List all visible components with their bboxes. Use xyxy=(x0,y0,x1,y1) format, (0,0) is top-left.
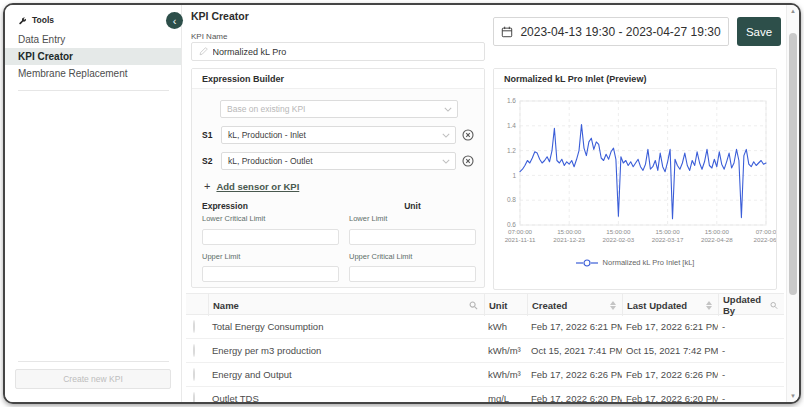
svg-text:2022-04-28: 2022-04-28 xyxy=(701,236,733,243)
scrollbar-thumb[interactable] xyxy=(789,33,797,295)
caret-up-icon xyxy=(610,301,616,305)
sidebar-item-membrane-replacement[interactable]: Membrane Replacement xyxy=(5,65,181,82)
scroll-down-arrow-icon[interactable]: ▼ xyxy=(787,390,799,402)
svg-text:2021-12-23: 2021-12-23 xyxy=(553,236,585,243)
expression-column-label: Expression xyxy=(202,201,339,211)
caret-down-icon xyxy=(706,306,712,310)
cell-updated-by: - xyxy=(718,369,784,380)
calendar-icon xyxy=(501,26,513,38)
cell-last-updated: Feb 17, 2022 6:20 PM xyxy=(622,393,718,404)
remove-sensor-icon[interactable] xyxy=(462,129,474,141)
cell-created: Oct 15, 2021 7:41 PM xyxy=(527,345,622,356)
cell-unit: mg/L xyxy=(484,393,527,404)
svg-text:2022-06-: 2022-06- xyxy=(754,236,776,243)
chart-legend-label: Normalized kL Pro Inlet [kL] xyxy=(603,258,695,267)
sensor-select-s2[interactable]: kL, Production - Outlet xyxy=(221,152,456,170)
svg-text:1: 1 xyxy=(512,172,516,179)
column-header-created[interactable]: Created xyxy=(527,294,622,316)
cell-last-updated: Oct 15, 2021 7:42 PM xyxy=(622,345,718,356)
collapse-sidebar-button[interactable]: ‹ xyxy=(166,12,183,29)
cell-last-updated: Feb 17, 2022 6:21 PM xyxy=(622,321,718,332)
sensor-select-value: kL, Production - Outlet xyxy=(228,156,313,166)
table-row[interactable]: Energy and OutputkWh/m³Feb 17, 2022 6:26… xyxy=(186,363,784,387)
sensor-id-label: S2 xyxy=(202,156,215,166)
kpi-name-field xyxy=(191,42,485,61)
cell-created: Feb 17, 2022 6:21 PM xyxy=(527,321,622,332)
plus-icon: + xyxy=(204,180,210,192)
svg-text:15:00:00: 15:00:00 xyxy=(557,228,582,235)
search-icon[interactable] xyxy=(770,301,778,310)
sorter-icon[interactable] xyxy=(610,301,616,310)
upper-critical-limit-input[interactable] xyxy=(349,266,476,282)
radio-cell xyxy=(186,393,208,404)
sidebar-header: Tools xyxy=(5,5,181,31)
save-button[interactable]: Save xyxy=(737,17,781,46)
svg-text:15:00:00: 15:00:00 xyxy=(606,228,631,235)
create-new-kpi-button[interactable]: Create new KPI xyxy=(15,369,171,389)
cell-unit: kWh xyxy=(484,321,527,332)
app-window: Tools Data EntryKPI CreatorMembrane Repl… xyxy=(3,3,801,404)
cell-name: Energy and Output xyxy=(208,369,484,380)
date-range-text: 2023-04-13 19:30 - 2023-04-27 19:30 xyxy=(520,25,720,39)
row-radio[interactable] xyxy=(193,344,195,357)
sensor-select-s1[interactable]: kL, Production - Inlet xyxy=(221,126,456,144)
column-header-last-updated[interactable]: Last Updated xyxy=(622,294,718,316)
chart-legend-item[interactable]: Normalized kL Pro Inlet [kL] xyxy=(494,258,776,267)
table-row[interactable]: Total Energy ConsumptionkWhFeb 17, 2022 … xyxy=(186,315,784,339)
sidebar-item-data-entry[interactable]: Data Entry xyxy=(5,31,181,48)
lower-critical-limit-input[interactable] xyxy=(202,229,339,245)
sensor-id-label: S1 xyxy=(202,130,215,140)
limit-field-label: Lower Limit xyxy=(349,214,476,223)
radio-cell xyxy=(186,369,208,380)
svg-text:07:00:0: 07:00:0 xyxy=(756,228,776,235)
base-kpi-select[interactable]: Base on existing KPI xyxy=(220,100,458,118)
limit-field: Lower Limit xyxy=(349,214,476,245)
expression-builder-card: Expression Builder Base on existing KPI … xyxy=(191,68,485,288)
table-row[interactable]: Outlet TDSmg/LFeb 17, 2022 6:20 PMFeb 17… xyxy=(186,387,784,404)
chart-title: Normalized kL Pro Inlet (Preview) xyxy=(494,69,776,89)
date-range-picker[interactable]: 2023-04-13 19:30 - 2023-04-27 19:30 xyxy=(493,17,729,46)
search-icon[interactable] xyxy=(469,301,478,310)
legend-line-marker-icon xyxy=(576,259,598,267)
cell-name: Outlet TDS xyxy=(208,393,484,404)
limit-field-label: Lower Critical Limit xyxy=(202,214,339,223)
svg-text:07:00:00: 07:00:00 xyxy=(508,228,533,235)
row-radio[interactable] xyxy=(193,320,195,333)
column-header-label: Name xyxy=(213,300,239,311)
unit-column-label: Unit xyxy=(349,201,476,211)
limits-grid: Lower Critical LimitLower LimitUpper Lim… xyxy=(202,214,474,282)
remove-sensor-icon[interactable] xyxy=(462,155,474,167)
upper-limit-input[interactable] xyxy=(202,266,339,282)
cell-updated-by: - xyxy=(718,345,784,356)
column-header-unit[interactable]: Unit xyxy=(484,294,527,316)
chevron-down-icon xyxy=(442,133,450,138)
sidebar-item-kpi-creator[interactable]: KPI Creator xyxy=(5,48,181,65)
column-header-label: Unit xyxy=(489,300,507,311)
sorter-icon[interactable] xyxy=(706,301,712,310)
kpi-table: NameUnitCreatedLast UpdatedUpdated By To… xyxy=(186,293,784,404)
sidebar-divider-bottom xyxy=(18,361,169,362)
scroll-up-arrow-icon[interactable]: ▲ xyxy=(787,5,799,17)
wrench-icon xyxy=(18,16,27,25)
sidebar-title: Tools xyxy=(32,15,54,25)
lower-limit-input[interactable] xyxy=(349,229,476,245)
limit-field: Upper Limit xyxy=(202,252,339,283)
table-row[interactable]: Energy per m3 productionkWh/m³Oct 15, 20… xyxy=(186,339,784,363)
add-sensor-link[interactable]: + Add sensor or KPI xyxy=(204,180,299,192)
kpi-table-header: NameUnitCreatedLast UpdatedUpdated By xyxy=(186,293,784,315)
row-radio[interactable] xyxy=(193,368,195,381)
limit-field-label: Upper Critical Limit xyxy=(349,252,476,261)
sensor-row: S2kL, Production - Outlet xyxy=(202,152,474,170)
tools-sidebar: Tools Data EntryKPI CreatorMembrane Repl… xyxy=(5,5,182,402)
row-radio[interactable] xyxy=(193,392,195,404)
column-header-updated-by[interactable]: Updated By xyxy=(718,294,784,316)
limit-field: Upper Critical Limit xyxy=(349,252,476,283)
kpi-name-input[interactable] xyxy=(213,47,477,57)
limit-field: Lower Critical Limit xyxy=(202,214,339,245)
chevron-down-icon xyxy=(442,159,450,164)
main-panel: KPI Creator 2023-04-13 19:30 - 2023-04-2… xyxy=(183,5,786,402)
column-header-name[interactable]: Name xyxy=(208,294,484,316)
svg-text:15:00:00: 15:00:00 xyxy=(705,228,730,235)
kpi-table-body: Total Energy ConsumptionkWhFeb 17, 2022 … xyxy=(186,315,784,404)
sensor-select-value: kL, Production - Inlet xyxy=(228,130,306,140)
